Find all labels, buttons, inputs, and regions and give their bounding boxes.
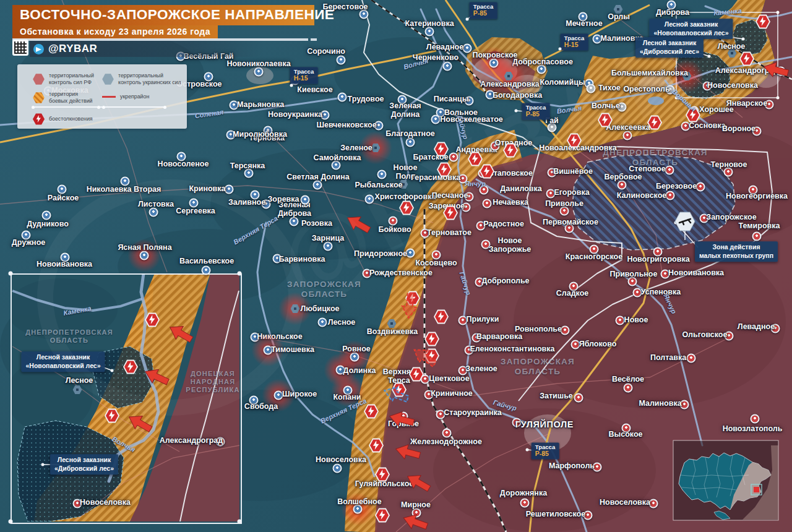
town-label: Лесное (718, 43, 746, 51)
connector-dot (708, 55, 711, 58)
town-label: Успеновка (641, 288, 681, 297)
town-marker (520, 499, 530, 508)
town-marker (387, 319, 397, 328)
legend-fortified-line-icon (102, 96, 116, 98)
town-label: Доброполье (481, 277, 529, 286)
town-label: Киевское (297, 86, 332, 95)
town-label: Староукраинка (444, 409, 501, 418)
qr-code (12, 40, 28, 56)
town-label: Свобода (244, 403, 278, 411)
town-label: Левадное (426, 43, 463, 52)
town-marker (463, 44, 472, 53)
town-label: Светлая Долина (286, 173, 349, 182)
clash-icon (369, 438, 384, 453)
river-label: Гайчур (458, 271, 472, 296)
legend-rf-control-icon (33, 73, 45, 85)
town-label: Новоивановка (668, 269, 724, 278)
town-marker (73, 385, 82, 395)
town-label: Волшебное (337, 498, 381, 507)
town-label: Самойловка (314, 154, 361, 163)
highway-label: ТрассаН-15 (561, 34, 588, 51)
legend-clash-icon (33, 113, 45, 125)
town-label: Новоселовка (80, 499, 131, 507)
connector-dot (526, 448, 529, 452)
title-block: ВОСТОЧНО-ЗАПОРОЖСКОЕ НАПРАВЛЕНИЕ Обстано… (12, 5, 314, 39)
town-label: Привольное (610, 270, 658, 279)
town-marker (333, 464, 342, 473)
town-marker (624, 384, 633, 393)
town-marker (254, 67, 264, 77)
town-marker (751, 414, 760, 424)
connector-dot (559, 48, 562, 51)
town-marker (443, 62, 452, 71)
town-label: Запорожское (706, 213, 756, 222)
town-label: Катериновка (405, 20, 454, 28)
town-label: Егоровка (554, 189, 589, 197)
inset-frame-dot (9, 520, 13, 524)
town-marker (616, 316, 625, 325)
map-subtitle: Обстановка к исходу 23 апреля 2026 года (12, 25, 218, 39)
town-marker (431, 115, 441, 124)
town-label: Новозлатополь (723, 425, 783, 434)
map-legend: территориальный контроль сил РФ территор… (17, 64, 187, 129)
map-title: ВОСТОЧНО-ЗАПОРОЖСКОЕ НАПРАВЛЕНИЕ (12, 5, 314, 25)
town-label: Новогригоровка (627, 255, 689, 264)
town-label: Шевченковское (316, 121, 376, 130)
town-marker (337, 56, 346, 65)
region-label: ЗАПОРОЖСКАЯ ОБЛАСТЬ (501, 357, 575, 377)
town-label: Криничное (431, 390, 473, 398)
town-marker (338, 93, 347, 102)
town-label: Марьяновка (237, 101, 284, 109)
highway-label: ТрассаР-85 (532, 443, 559, 460)
town-label: Писанцы (434, 95, 469, 104)
connector-dot (742, 38, 745, 41)
town-label: Калиновское (617, 192, 667, 200)
town-marker (696, 182, 705, 192)
town-marker (58, 185, 67, 194)
clash-icon (375, 508, 390, 523)
town-label: ГУЛЯЙПОЛЕ (515, 420, 574, 430)
town-label: Зеленое (465, 365, 497, 374)
town-label: Красногорское (566, 253, 622, 262)
town-label: Приволье (545, 200, 583, 208)
town-label: Терновое (711, 161, 747, 169)
town-label: Зеленая Долина (389, 102, 421, 119)
highway-label: ТрассаР-85 (470, 2, 497, 19)
town-label: Новоселовка (316, 456, 366, 465)
town-marker (666, 191, 675, 200)
town-label: Райское (48, 194, 79, 203)
highway-label: ТрассаН-15 (290, 67, 318, 84)
town-label: Новосоленое (158, 160, 209, 169)
inset-frame-dot (238, 272, 242, 276)
watermark-circle (37, 179, 304, 416)
town-label: Марфополь (549, 462, 595, 471)
channel-bar: @RYBAR (30, 41, 264, 57)
town-marker (574, 393, 583, 403)
legend-combat-zone-label: территория боевых действий (49, 91, 93, 105)
town-label: Вороное (722, 125, 755, 134)
river-label: Соленая (194, 108, 224, 119)
channel-name: @RYBAR (48, 43, 97, 55)
connector-dot (41, 463, 45, 466)
town-label: Березовое (656, 182, 697, 191)
clash-icon (434, 309, 449, 324)
town-label: Новониколаевка (226, 60, 290, 69)
town-label: Дорожнянка (500, 489, 547, 498)
town-label: Миролюбовка (233, 131, 287, 139)
town-label: Дружное (12, 239, 45, 247)
town-label: Широкое (282, 390, 317, 399)
legend-ua-control-icon (102, 73, 114, 85)
inset-frame-dot (9, 272, 13, 276)
town-marker (121, 177, 130, 186)
town-marker (618, 181, 627, 190)
town-label: Полтавка (650, 354, 686, 363)
legend-combat-zone-icon (33, 92, 45, 103)
callout-label: Зона действия малых пехотных групп (695, 241, 778, 262)
town-label: Левадное (738, 323, 775, 332)
town-label: Вербовое (604, 173, 642, 182)
situation-map: @RYBAR Весёлый ГайНовониколаевкаОстровск… (0, 0, 792, 532)
town-label: Малиновка (639, 400, 681, 408)
town-label: Новоселовка (600, 499, 650, 507)
town-label: Прилуки (467, 315, 499, 324)
town-label: Ольговское (682, 331, 728, 340)
